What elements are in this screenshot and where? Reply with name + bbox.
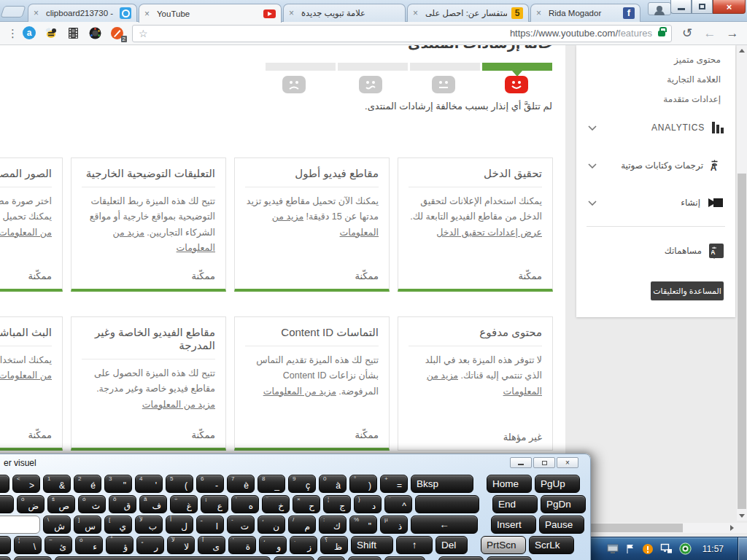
key-ه[interactable]: 'ه bbox=[231, 495, 259, 513]
key->[interactable]: <> bbox=[12, 475, 40, 493]
key-AltGr[interactable]: AltGr bbox=[274, 556, 314, 560]
card-more-info-link[interactable]: مزيد من المعلومات bbox=[263, 386, 336, 397]
key-Shift[interactable]: Shift bbox=[351, 536, 393, 554]
card-more-info-link[interactable]: مزيد من المعلومات bbox=[142, 400, 215, 410]
key-←[interactable]: ← bbox=[411, 516, 478, 534]
show-desktop-button[interactable] bbox=[738, 537, 747, 560]
key-↑[interactable]: ↑ bbox=[396, 536, 433, 554]
taskbar-clock[interactable]: 11:57 bbox=[703, 544, 724, 554]
chevron-down-icon[interactable] bbox=[588, 201, 597, 206]
key-د[interactable]: }د bbox=[354, 495, 382, 513]
key-ScrLk[interactable]: ScrLk bbox=[529, 536, 574, 554]
key-Fn[interactable]: Fn bbox=[348, 556, 382, 560]
tab-2[interactable]: ×YouTube bbox=[139, 4, 282, 23]
key-ش[interactable]: \ش bbox=[43, 516, 71, 534]
key-è[interactable]: 7è bbox=[227, 475, 255, 493]
tab-3[interactable]: ×علامة تبويب جديدة bbox=[283, 4, 406, 22]
key-س[interactable]: ]س bbox=[74, 516, 101, 534]
back-button[interactable]: ← bbox=[703, 26, 717, 41]
sidebar-item-contributions[interactable]: A مساهماتك bbox=[576, 239, 735, 262]
key-=[interactable]: += bbox=[380, 475, 408, 493]
chevron-down-icon[interactable] bbox=[588, 163, 597, 168]
profile-button[interactable] bbox=[648, 2, 671, 15]
sidebar-item-featured-content[interactable]: محتوى متميز bbox=[576, 52, 735, 72]
sidebar-item-advanced-settings[interactable]: إعدادات متقدمة bbox=[576, 92, 735, 112]
key-\[interactable]: ¦\ bbox=[14, 536, 42, 554]
action-center-flag-icon[interactable] bbox=[625, 543, 635, 555]
colorzilla-extension-icon[interactable]: 2 bbox=[110, 26, 124, 40]
key-ة[interactable]: 'ة bbox=[228, 536, 256, 554]
help-feedback-button[interactable]: المساعدة والتعليقات bbox=[651, 281, 724, 300]
key-ج[interactable]: ¦ج bbox=[323, 495, 351, 513]
key-لا[interactable]: لآلا bbox=[167, 536, 195, 554]
key-ل[interactable]: أل bbox=[166, 516, 193, 534]
scroll-right-arrow-icon[interactable] bbox=[730, 525, 734, 531]
key-blank[interactable] bbox=[487, 556, 532, 560]
minimize-button[interactable] bbox=[670, 0, 692, 14]
key-ع[interactable]: ¡ع bbox=[201, 495, 228, 513]
tab-close-icon[interactable]: × bbox=[413, 8, 421, 18]
key-ك[interactable]: :ك bbox=[319, 516, 347, 534]
key-blank[interactable] bbox=[0, 516, 40, 534]
horizontal-scrollbar-thumb[interactable] bbox=[589, 524, 683, 532]
scroll-down-arrow-icon[interactable] bbox=[739, 514, 745, 518]
key-ب[interactable]: لآب bbox=[135, 516, 163, 534]
horizontal-scrollbar[interactable] bbox=[588, 523, 737, 533]
key-ظ[interactable]: ؟ظ bbox=[320, 536, 348, 554]
key-PrtScn[interactable]: PrtScn bbox=[481, 536, 526, 554]
key-ص[interactable]: šص bbox=[47, 495, 75, 513]
key-([interactable]: 5( bbox=[166, 475, 193, 493]
key-)[interactable]: °) bbox=[349, 475, 377, 493]
key-blank[interactable] bbox=[0, 556, 11, 560]
keyboard-close-button[interactable]: × bbox=[557, 457, 578, 468]
key-ئ[interactable]: ~ئ bbox=[44, 536, 72, 554]
sidebar-item-branding[interactable]: العلامة التجارية bbox=[576, 72, 735, 92]
green-eye-tray-icon[interactable] bbox=[679, 542, 692, 555]
key-Pause[interactable]: Pause bbox=[539, 516, 584, 534]
key-ç[interactable]: 9ç bbox=[288, 475, 316, 493]
key-و[interactable]: ،و bbox=[259, 536, 287, 554]
card-more-info-link[interactable]: عرض إعدادات تحقيق الدخل bbox=[436, 228, 542, 238]
key-ر[interactable]: ٍر bbox=[136, 536, 164, 554]
sidebar-section-create[interactable]: إنشاء bbox=[576, 188, 735, 217]
keyboard-restore-button[interactable] bbox=[533, 457, 555, 468]
key-Del[interactable]: Del bbox=[436, 536, 468, 554]
bee-extension-icon[interactable] bbox=[44, 26, 58, 40]
tab-close-icon[interactable]: × bbox=[34, 8, 42, 18]
tab-close-icon[interactable]: × bbox=[289, 8, 297, 18]
key-Home[interactable]: Home bbox=[487, 475, 532, 493]
maximize-button[interactable] bbox=[692, 0, 713, 14]
key-"[interactable]: %" bbox=[349, 516, 377, 534]
key-ف[interactable]: ãف bbox=[139, 495, 167, 513]
key-End[interactable]: End bbox=[492, 495, 538, 513]
key-خ[interactable]: ¨خ bbox=[262, 495, 290, 513]
key-≡[interactable]: ≡ bbox=[317, 556, 345, 560]
vertical-scrollbar-thumb[interactable] bbox=[738, 174, 746, 509]
close-button[interactable]: × bbox=[713, 0, 746, 14]
key-ا[interactable]: ـا bbox=[196, 516, 224, 534]
key--[interactable]: 6- bbox=[196, 475, 224, 493]
key-PgUp[interactable]: PgUp bbox=[535, 475, 580, 493]
key-&[interactable]: 1& bbox=[43, 475, 71, 493]
tab-close-icon[interactable]: × bbox=[144, 9, 152, 19]
tab-5[interactable]: ×Rida Mogadorf bbox=[530, 4, 640, 22]
address-bar[interactable]: ☆ https://www.youtube.com/features bbox=[132, 25, 672, 42]
warning-tray-icon[interactable] bbox=[642, 543, 654, 555]
film-extension-icon[interactable] bbox=[66, 26, 80, 40]
vertical-scrollbar[interactable] bbox=[737, 45, 747, 521]
key-ض[interactable]: óض bbox=[17, 495, 44, 513]
key-ؤ[interactable]: ْؤ bbox=[106, 536, 133, 554]
tab-4[interactable]: ×استفسار عن: احصل على5 bbox=[407, 4, 529, 22]
key-ذ[interactable]: µذ bbox=[380, 516, 408, 534]
key-blank[interactable] bbox=[0, 495, 14, 513]
keyboard-minimize-button[interactable] bbox=[510, 457, 532, 468]
menu-icon[interactable]: ⋮ bbox=[7, 27, 15, 40]
key-blank[interactable] bbox=[415, 495, 479, 513]
key-ق[interactable]: õق bbox=[109, 495, 136, 513]
lens-extension-icon[interactable] bbox=[88, 26, 102, 40]
key-blank[interactable] bbox=[438, 556, 484, 560]
key-é[interactable]: 2é bbox=[74, 475, 101, 493]
tab-close-icon[interactable]: × bbox=[536, 8, 544, 18]
key-blank[interactable] bbox=[0, 475, 9, 493]
key-PgDn[interactable]: PgDn bbox=[541, 495, 586, 513]
